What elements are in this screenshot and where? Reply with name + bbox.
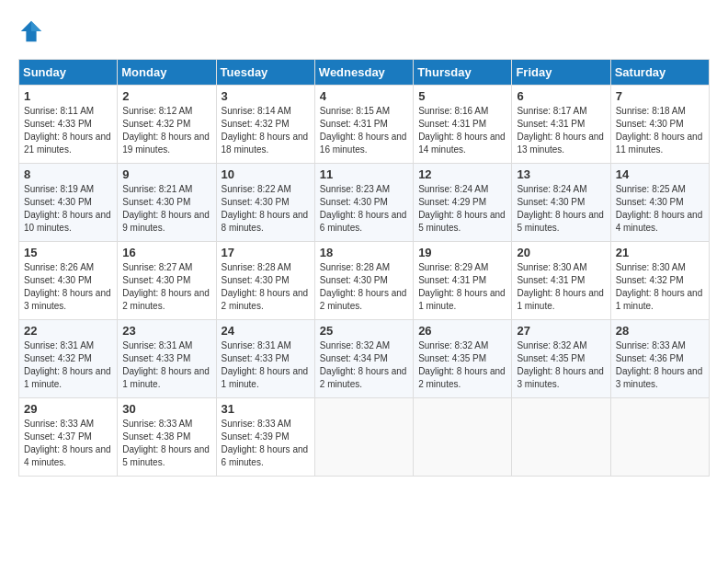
calendar-header-row: SundayMondayTuesdayWednesdayThursdayFrid… [19, 60, 710, 86]
sunset-label: Sunset: 4:31 PM [517, 275, 585, 285]
day-number: 20 [517, 246, 605, 259]
calendar-day-cell: 11 Sunrise: 8:23 AM Sunset: 4:30 PM Dayl… [314, 164, 413, 242]
day-info: Sunrise: 8:16 AM Sunset: 4:31 PM Dayligh… [418, 105, 506, 156]
calendar-day-cell: 21 Sunrise: 8:30 AM Sunset: 4:32 PM Dayl… [610, 242, 709, 320]
sunrise-label: Sunrise: 8:31 AM [24, 340, 94, 350]
day-number: 19 [418, 246, 506, 259]
day-number: 9 [122, 167, 210, 181]
calendar-day-cell: 24 Sunrise: 8:31 AM Sunset: 4:33 PM Dayl… [216, 320, 314, 398]
day-number: 25 [320, 324, 408, 338]
sunset-label: Sunset: 4:35 PM [418, 353, 486, 363]
day-number: 4 [320, 89, 408, 103]
daylight-label: Daylight: 8 hours and 16 minutes. [320, 132, 407, 155]
daylight-label: Daylight: 8 hours and 1 minute. [517, 288, 604, 311]
day-number: 2 [122, 89, 210, 103]
day-number: 27 [517, 324, 605, 338]
daylight-label: Daylight: 8 hours and 3 minutes. [616, 366, 703, 389]
calendar-day-cell: 7 Sunrise: 8:18 AM Sunset: 4:30 PM Dayli… [610, 86, 709, 164]
day-info: Sunrise: 8:26 AM Sunset: 4:30 PM Dayligh… [24, 261, 112, 313]
calendar-week-row: 8 Sunrise: 8:19 AM Sunset: 4:30 PM Dayli… [19, 164, 710, 242]
day-number: 7 [616, 89, 704, 103]
sunset-label: Sunset: 4:33 PM [122, 353, 190, 363]
calendar-week-row: 29 Sunrise: 8:33 AM Sunset: 4:37 PM Dayl… [19, 398, 710, 477]
sunset-label: Sunset: 4:30 PM [222, 275, 290, 285]
calendar-day-cell: 23 Sunrise: 8:31 AM Sunset: 4:33 PM Dayl… [118, 320, 216, 398]
sunset-label: Sunset: 4:30 PM [320, 275, 388, 285]
day-info: Sunrise: 8:22 AM Sunset: 4:30 PM Dayligh… [222, 183, 310, 235]
sunset-label: Sunset: 4:30 PM [222, 197, 290, 207]
sunset-label: Sunset: 4:35 PM [517, 353, 585, 363]
calendar-day-cell: 30 Sunrise: 8:33 AM Sunset: 4:38 PM Dayl… [118, 398, 216, 477]
daylight-label: Daylight: 8 hours and 6 minutes. [222, 444, 309, 467]
daylight-label: Daylight: 8 hours and 3 minutes. [517, 366, 604, 389]
day-number: 26 [418, 324, 506, 338]
day-number: 30 [122, 402, 210, 416]
calendar-table: SundayMondayTuesdayWednesdayThursdayFrid… [18, 59, 710, 477]
calendar-day-cell: 13 Sunrise: 8:24 AM Sunset: 4:30 PM Dayl… [512, 164, 610, 242]
sunrise-label: Sunrise: 8:12 AM [122, 106, 192, 116]
daylight-label: Daylight: 8 hours and 6 minutes. [320, 210, 407, 233]
svg-marker-1 [31, 21, 41, 31]
sunrise-label: Sunrise: 8:33 AM [222, 419, 291, 429]
daylight-label: Daylight: 8 hours and 11 minutes. [616, 132, 703, 155]
day-number: 15 [24, 246, 112, 259]
sunrise-label: Sunrise: 8:27 AM [122, 262, 192, 272]
sunset-label: Sunset: 4:32 PM [122, 119, 190, 129]
sunrise-label: Sunrise: 8:11 AM [24, 106, 94, 116]
sunrise-label: Sunrise: 8:32 AM [320, 340, 390, 350]
calendar-day-cell: 14 Sunrise: 8:25 AM Sunset: 4:30 PM Dayl… [610, 164, 709, 242]
sunset-label: Sunset: 4:30 PM [24, 197, 92, 207]
day-number: 5 [418, 89, 506, 103]
sunrise-label: Sunrise: 8:17 AM [517, 106, 586, 116]
day-number: 31 [222, 402, 310, 416]
sunset-label: Sunset: 4:33 PM [24, 119, 92, 129]
day-number: 10 [222, 167, 310, 181]
logo-icon [18, 18, 44, 44]
daylight-label: Daylight: 8 hours and 3 minutes. [24, 288, 111, 311]
sunset-label: Sunset: 4:39 PM [222, 431, 290, 442]
daylight-label: Daylight: 8 hours and 4 minutes. [616, 210, 703, 233]
sunrise-label: Sunrise: 8:31 AM [122, 340, 192, 350]
calendar-day-cell: 20 Sunrise: 8:30 AM Sunset: 4:31 PM Dayl… [512, 242, 610, 320]
daylight-label: Daylight: 8 hours and 19 minutes. [122, 132, 210, 155]
sunrise-label: Sunrise: 8:16 AM [418, 106, 488, 116]
day-number: 8 [24, 167, 112, 181]
calendar-day-cell: 2 Sunrise: 8:12 AM Sunset: 4:32 PM Dayli… [118, 86, 216, 164]
daylight-label: Daylight: 8 hours and 5 minutes. [418, 210, 506, 233]
calendar-header-day: Thursday [414, 60, 512, 86]
day-info: Sunrise: 8:30 AM Sunset: 4:32 PM Dayligh… [616, 261, 704, 313]
sunset-label: Sunset: 4:34 PM [320, 353, 388, 363]
calendar-day-cell: 25 Sunrise: 8:32 AM Sunset: 4:34 PM Dayl… [314, 320, 413, 398]
day-info: Sunrise: 8:28 AM Sunset: 4:30 PM Dayligh… [320, 261, 408, 313]
sunset-label: Sunset: 4:36 PM [616, 353, 684, 363]
calendar-day-cell: 12 Sunrise: 8:24 AM Sunset: 4:29 PM Dayl… [414, 164, 512, 242]
day-info: Sunrise: 8:31 AM Sunset: 4:32 PM Dayligh… [24, 339, 112, 391]
sunset-label: Sunset: 4:31 PM [418, 119, 486, 129]
daylight-label: Daylight: 8 hours and 2 minutes. [320, 366, 407, 389]
daylight-label: Daylight: 8 hours and 2 minutes. [418, 366, 506, 389]
day-info: Sunrise: 8:30 AM Sunset: 4:31 PM Dayligh… [517, 261, 605, 313]
calendar-day-cell [414, 398, 512, 477]
day-number: 12 [418, 167, 506, 181]
sunset-label: Sunset: 4:30 PM [24, 275, 92, 285]
sunset-label: Sunset: 4:32 PM [222, 119, 290, 129]
sunset-label: Sunset: 4:30 PM [517, 197, 585, 207]
day-info: Sunrise: 8:32 AM Sunset: 4:34 PM Dayligh… [320, 339, 408, 391]
daylight-label: Daylight: 8 hours and 2 minutes. [122, 288, 210, 311]
day-info: Sunrise: 8:31 AM Sunset: 4:33 PM Dayligh… [222, 339, 310, 391]
daylight-label: Daylight: 8 hours and 2 minutes. [320, 288, 407, 311]
day-number: 16 [122, 246, 210, 259]
day-number: 17 [222, 246, 310, 259]
calendar-day-cell [512, 398, 610, 477]
calendar-header-day: Saturday [610, 60, 709, 86]
calendar-day-cell: 17 Sunrise: 8:28 AM Sunset: 4:30 PM Dayl… [216, 242, 314, 320]
sunset-label: Sunset: 4:37 PM [24, 431, 92, 442]
sunrise-label: Sunrise: 8:28 AM [222, 262, 291, 272]
sunrise-label: Sunrise: 8:33 AM [24, 419, 94, 429]
day-number: 23 [122, 324, 210, 338]
page-header [18, 18, 710, 44]
day-info: Sunrise: 8:32 AM Sunset: 4:35 PM Dayligh… [418, 339, 506, 391]
day-info: Sunrise: 8:27 AM Sunset: 4:30 PM Dayligh… [122, 261, 210, 313]
daylight-label: Daylight: 8 hours and 14 minutes. [418, 132, 506, 155]
sunrise-label: Sunrise: 8:21 AM [122, 184, 192, 194]
